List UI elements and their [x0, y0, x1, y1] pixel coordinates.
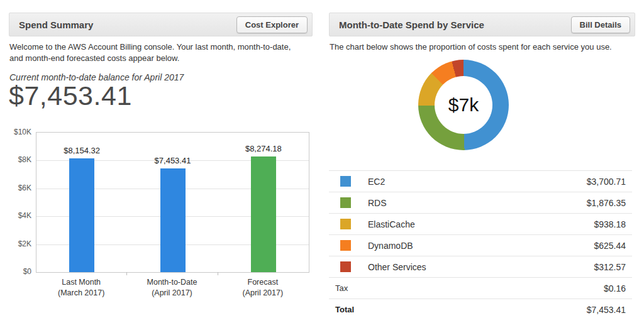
y-axis-tick-label: $4K — [9, 211, 31, 220]
x-axis-category-label: Forecast(April 2017) — [218, 277, 308, 299]
service-cost: $312.57 — [594, 262, 626, 272]
welcome-text: Welcome to the AWS Account Billing conso… — [9, 41, 306, 65]
service-cost: $7,453.41 — [587, 305, 626, 315]
donut-hole: $7k — [435, 76, 492, 134]
spend-donut-chart: $7k — [418, 60, 509, 150]
spend-summary-title: Spend Summary — [19, 19, 93, 30]
row-label: Tax — [335, 283, 348, 293]
spend-by-service-title: Month-to-Date Spend by Service — [339, 19, 484, 30]
bar-value-label: $8,274.18 — [226, 144, 301, 153]
service-cost: $938.18 — [594, 219, 626, 229]
y-axis-tick-label: $8K — [9, 155, 31, 164]
bar-1 — [160, 168, 186, 272]
legend-color-swatch — [340, 219, 351, 229]
service-cost: $625.44 — [594, 241, 626, 251]
service-cost: $3,700.71 — [587, 177, 626, 187]
x-axis-tick — [126, 272, 127, 275]
legend-color-swatch — [340, 261, 351, 272]
y-axis-tick-label: $0 — [9, 267, 31, 276]
service-name: Other Services — [368, 262, 426, 272]
legend-color-swatch — [340, 197, 351, 208]
service-name: ElastiCache — [368, 219, 415, 229]
table-row: EC2$3,700.71 — [329, 170, 632, 192]
bill-details-button[interactable]: Bill Details — [571, 16, 630, 33]
service-cost: $0.16 — [604, 283, 626, 293]
table-row: Other Services$312.57 — [329, 256, 632, 277]
y-axis-tick-label: $10K — [9, 128, 31, 136]
bar-value-label: $7,453.41 — [135, 156, 211, 165]
service-name: RDS — [368, 198, 387, 208]
spend-summary-header: Spend Summary Cost Explorer — [9, 13, 313, 36]
spend-bar-chart: $8,154.32$7,453.41$8,274.18 $10K$8K$6K$4… — [9, 132, 313, 311]
spend-by-service-header: Month-to-Date Spend by Service Bill Deta… — [329, 13, 635, 36]
spend-summary-panel: Spend Summary Cost Explorer Welcome to t… — [9, 13, 313, 314]
cost-explorer-button[interactable]: Cost Explorer — [236, 16, 308, 33]
bar-value-label: $8,154.32 — [44, 146, 119, 155]
spend-by-service-panel: Month-to-Date Spend by Service Bill Deta… — [329, 13, 635, 314]
table-row: RDS$1,876.35 — [329, 192, 632, 213]
row-label: Total — [335, 305, 354, 314]
service-name: EC2 — [368, 177, 385, 187]
bar-2 — [251, 156, 276, 272]
x-axis-tick — [218, 272, 218, 275]
service-cost: $1,876.35 — [587, 198, 626, 208]
table-row: Total$7,453.41 — [329, 299, 632, 318]
legend-color-swatch — [340, 240, 351, 251]
bar-0 — [69, 158, 94, 272]
table-row: Tax$0.16 — [329, 277, 632, 299]
x-axis-category-label: Month-to-Date(April 2017) — [126, 277, 217, 299]
month-to-date-balance: $7,453.41 — [9, 80, 132, 111]
chart-description: The chart below shows the proportion of … — [330, 41, 631, 53]
service-name: DynamoDB — [368, 241, 413, 251]
bar-chart-plot-area: $8,154.32$7,453.41$8,274.18 — [36, 132, 309, 273]
service-cost-table: EC2$3,700.71RDS$1,876.35ElastiCache$938.… — [329, 170, 632, 318]
table-row: ElastiCache$938.18 — [329, 213, 632, 234]
legend-color-swatch — [340, 176, 351, 187]
y-axis-tick-label: $2K — [9, 239, 31, 248]
table-row: DynamoDB$625.44 — [329, 234, 632, 256]
y-axis-tick-label: $6K — [9, 184, 31, 192]
donut-center-label: $7k — [448, 94, 479, 116]
x-axis-category-label: Last Month(March 2017) — [36, 277, 126, 299]
